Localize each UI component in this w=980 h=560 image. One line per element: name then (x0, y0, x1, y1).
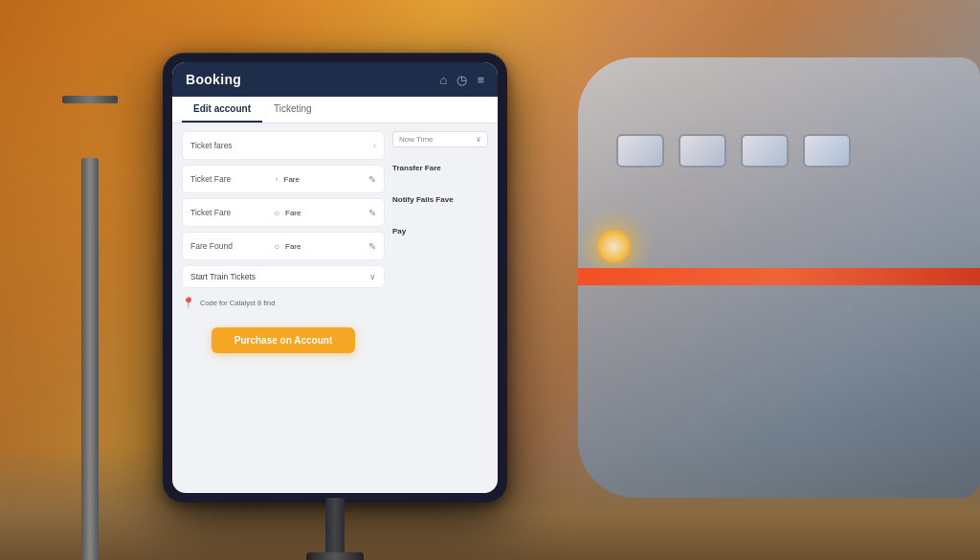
now-time-label: Now Time (399, 135, 434, 144)
menu-icon[interactable]: ≡ (477, 73, 484, 87)
train-window-1 (616, 134, 664, 168)
fare-found-value: Fare (285, 242, 363, 251)
train-windows (616, 134, 851, 168)
tablet-mount (325, 498, 345, 560)
train-tickets-label: Start Train Tickets (190, 272, 256, 281)
ticket-fares-arrow: › (373, 141, 376, 150)
edit-icon-2: ✎ (368, 208, 376, 218)
train-window-2 (679, 134, 726, 168)
pay-label: Pay (392, 226, 488, 236)
ticket-fare-row-1[interactable]: Ticket Fare › Fare ✎ (182, 165, 385, 193)
header-icons: ⌂ ◷ ≡ (440, 73, 484, 87)
purchase-on-account-button[interactable]: Purchase on Account (212, 327, 355, 353)
spacer-2 (392, 179, 488, 189)
now-time-dropdown[interactable]: Now Time ∨ (392, 131, 488, 147)
train-headlight (597, 230, 631, 263)
train-tickets-header: Start Train Tickets ∨ (190, 272, 376, 281)
transfer-fare-label: Transfer Fare (392, 163, 488, 173)
spacer-1 (392, 151, 488, 157)
app-title: Booking (186, 72, 241, 87)
now-time-chevron: ∨ (476, 135, 481, 144)
app-header: Booking ⌂ ◷ ≡ (172, 62, 498, 97)
fare-value-1: Fare (284, 175, 364, 184)
spacer-3 (392, 211, 488, 220)
train-window-3 (741, 134, 789, 168)
tab-ticketing[interactable]: Ticketing (262, 97, 323, 123)
purchase-btn-wrapper: Purchase on Account (182, 322, 385, 357)
tablet-base (306, 552, 364, 560)
train-tickets-chevron: ∨ (369, 272, 376, 281)
ticket-fare-arrow-1: › (276, 174, 278, 184)
location-text: Code for Catalyst 8 find (200, 299, 275, 308)
right-pay: Pay (392, 224, 488, 238)
ticket-fare-label-2: Ticket Fare (190, 208, 268, 217)
train (578, 57, 980, 498)
fare-found-row[interactable]: Fare Found ○ Fare ✎ (182, 232, 385, 260)
location-icon: 📍 (182, 297, 195, 309)
circle-icon-2: ○ (274, 208, 279, 218)
platform-pole (81, 158, 99, 560)
tablet-wrapper: Booking ⌂ ◷ ≡ Edit account Ticketing T (163, 53, 507, 503)
left-panel: Ticket fares › Ticket Fare › Fare ✎ Tick… (182, 131, 385, 485)
ticket-fares-label: Ticket fares (190, 141, 368, 150)
clock-icon[interactable]: ◷ (457, 73, 467, 87)
tablet-screen: Booking ⌂ ◷ ≡ Edit account Ticketing T (172, 62, 498, 493)
right-transfer-fare: Transfer Fare (392, 161, 488, 175)
location-row: 📍 Code for Catalyst 8 find (182, 293, 385, 313)
app-content: Ticket fares › Ticket Fare › Fare ✎ Tick… (172, 123, 498, 493)
train-tickets-section[interactable]: Start Train Tickets ∨ (182, 265, 385, 288)
edit-icon-3: ✎ (368, 241, 376, 252)
train-window-4 (803, 134, 851, 168)
ticket-fares-row[interactable]: Ticket fares › (182, 131, 385, 160)
train-stripe (578, 268, 980, 285)
tab-edit-account[interactable]: Edit account (182, 97, 262, 123)
ticket-fare-label-1: Ticket Fare (190, 174, 270, 184)
ticket-fare-row-2[interactable]: Ticket Fare ○ Fare ✎ (182, 198, 385, 227)
home-icon[interactable]: ⌂ (440, 73, 448, 87)
fare-value-2: Fare (285, 209, 363, 217)
edit-icon-1: ✎ (368, 174, 376, 185)
circle-icon-3: ○ (274, 241, 279, 252)
platform-pole-top (62, 96, 118, 103)
tablet-device: Booking ⌂ ◷ ≡ Edit account Ticketing T (163, 53, 507, 503)
right-panel: Now Time ∨ Transfer Fare Notify Fails Fa… (392, 131, 488, 485)
right-notify-fails: Notify Fails Fave (392, 192, 488, 207)
notify-fails-label: Notify Fails Fave (392, 194, 488, 205)
fare-found-label: Fare Found (190, 241, 268, 251)
tab-bar: Edit account Ticketing (172, 97, 498, 123)
